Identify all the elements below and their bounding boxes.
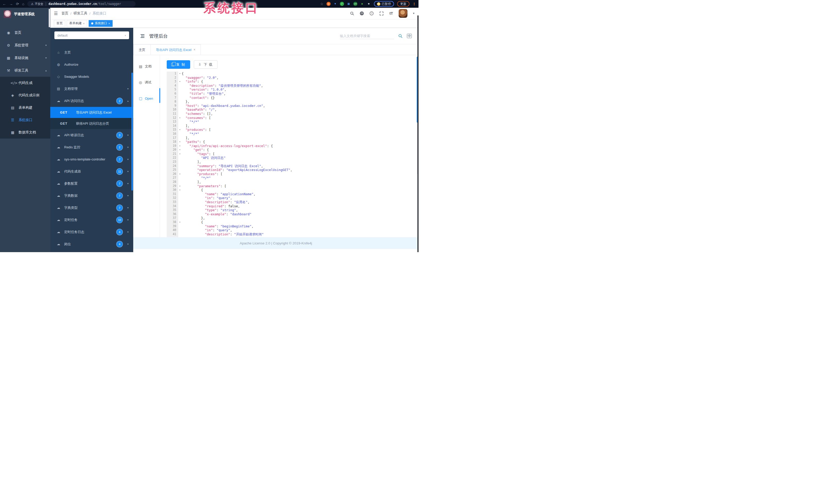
api-group-3[interactable]: ☁代码生成器11▾ — [50, 165, 133, 178]
api-sidebar-scrollbar-thumb[interactable] — [131, 73, 133, 191]
sidebar-subitem-3[interactable]: ☰系统接口 — [0, 114, 50, 126]
close-icon[interactable]: × — [108, 22, 110, 25]
logo-row[interactable]: 芋道管理系统 — [0, 8, 50, 21]
api-group-5[interactable]: ☁字典数据7▾ — [50, 189, 133, 202]
fold-icon[interactable]: ▾ — [178, 116, 182, 120]
api-sidebar-item-0[interactable]: ⌂主页 — [50, 46, 133, 58]
bookmark-star-icon[interactable]: ☆ — [320, 2, 323, 6]
ext-leaf-icon[interactable]: ♣ — [360, 2, 364, 6]
browser-menu-icon[interactable]: ⋮ — [413, 2, 416, 6]
fold-icon[interactable]: ▾ — [178, 128, 182, 132]
swagger-json-editor[interactable]: 1▾{2 "swagger": "2.0",3▾ "info": {4 "des… — [167, 72, 414, 237]
fold-icon[interactable]: ▾ — [178, 220, 182, 224]
font-size-icon[interactable]: tT — [389, 11, 393, 16]
language-toggle-icon[interactable]: 中 — [407, 34, 412, 38]
sidebar-item-1[interactable]: ⚙系统管理▾ — [0, 39, 50, 52]
ext-green-check-icon[interactable]: ✓ — [340, 2, 344, 6]
reload-icon[interactable]: ⟳ — [16, 2, 19, 6]
fold-icon[interactable]: ▾ — [178, 79, 182, 84]
close-icon[interactable]: × — [83, 22, 85, 25]
sidebar-subitem-4[interactable]: ▦数据库文档 — [0, 126, 50, 138]
doc-tab-导出API 访问日志 Excel[interactable]: 导出API 访问日志 Excel× — [150, 44, 201, 55]
doc-side-tab-Open[interactable]: ▢Open — [133, 93, 160, 104]
doc-title: 管理后台 — [149, 33, 168, 39]
doc-search-input[interactable] — [340, 33, 394, 39]
ext-orange-icon[interactable]: ◍ — [326, 2, 331, 6]
doc-side-tab-调试[interactable]: ◎调试 — [133, 77, 160, 88]
ext-cn-icon[interactable]: cn — [353, 2, 357, 6]
api-sidebar-item-4[interactable]: ☁API 访问日志2▴ — [50, 95, 133, 107]
fold-icon[interactable]: ▾ — [178, 144, 182, 148]
doc-search-icon[interactable] — [398, 34, 403, 38]
doc-tab-主页[interactable]: 主页 — [133, 44, 151, 55]
user-avatar[interactable] — [399, 9, 407, 18]
api-sidebar-item-2[interactable]: ◇Swagger Models — [50, 71, 133, 83]
api-operation-1[interactable]: GET获得API 访问日志分页 — [50, 118, 133, 129]
home-icon[interactable]: ⌂ — [22, 2, 24, 6]
help-icon[interactable]: ? — [369, 11, 374, 16]
sidebar-subitem-0[interactable]: </>代码生成 — [0, 77, 50, 89]
fold-icon[interactable]: ▾ — [178, 148, 182, 152]
ext-grid-icon[interactable]: ▦ — [346, 2, 351, 6]
hamburger-icon[interactable]: ☰ — [54, 11, 58, 16]
sidebar-item-2[interactable]: ▦基础设施▾ — [0, 52, 50, 64]
paused-extension-badge[interactable]: 已暂停 — [374, 1, 394, 7]
github-icon[interactable] — [359, 11, 364, 16]
api-group-4[interactable]: ☁参数配置7▾ — [50, 178, 133, 189]
back-icon[interactable]: ← — [3, 2, 6, 6]
api-group-6[interactable]: ☁字典类型7▾ — [50, 202, 133, 214]
ext-pin-icon[interactable]: ▼ — [333, 2, 337, 6]
copy-button[interactable]: 复 制 — [167, 60, 190, 69]
api-item-label: 参数配置 — [64, 181, 117, 186]
code-line: 38▾ { — [167, 220, 414, 224]
collapse-sidebar-icon[interactable] — [140, 34, 145, 38]
line-number: 37 — [167, 216, 178, 220]
download-button[interactable]: ⇩ 下 载 — [194, 60, 218, 69]
fold-spacer — [178, 232, 182, 237]
tag-首页[interactable]: 首页 — [54, 20, 65, 27]
sidebar-subitem-1[interactable]: ◈代码生成示例 — [0, 89, 50, 101]
ext-star-icon[interactable]: ★ — [367, 2, 371, 6]
user-menu-caret-icon[interactable]: ▼ — [413, 12, 415, 15]
api-group-select[interactable]: default ▾ — [54, 32, 129, 39]
api-group-1[interactable]: ☁Redis 监控2▾ — [50, 141, 133, 153]
sidebar-subitem-2[interactable]: ▤表单构建 — [0, 101, 50, 114]
fold-icon[interactable]: ▾ — [178, 152, 182, 156]
doc-icon: ▤ — [139, 64, 142, 69]
fullscreen-icon[interactable] — [379, 11, 384, 16]
api-operation-0[interactable]: GET导出API 访问日志 Excel — [50, 107, 133, 118]
fold-icon[interactable]: ▾ — [178, 72, 182, 76]
fold-spacer — [178, 192, 182, 196]
code-line: 18▾ "paths": { — [167, 140, 414, 144]
api-sidebar-item-1[interactable]: ◍Authorize — [50, 58, 133, 71]
cloud-icon: ☁ — [56, 169, 61, 173]
api-group-9[interactable]: ☁岗位4▾ — [50, 238, 133, 250]
search-icon[interactable] — [350, 11, 354, 16]
line-number: 40 — [167, 228, 178, 232]
close-icon[interactable]: × — [194, 44, 195, 55]
sidebar-scrollbar-thumb[interactable] — [49, 9, 50, 27]
fold-icon[interactable]: ▾ — [178, 140, 182, 144]
api-group-7[interactable]: ☁定时任务10▾ — [50, 214, 133, 226]
sidebar-item-3[interactable]: ⚒研发工具▴ — [0, 64, 50, 77]
api-item-label: 岗位 — [64, 242, 117, 246]
tag-系统接口[interactable]: 系统接口× — [89, 20, 112, 27]
not-secure-badge[interactable]: ⚠ 不安全 — [31, 2, 43, 6]
api-sidebar-item-3[interactable]: ▤文档管理▾ — [50, 83, 133, 95]
api-group-0[interactable]: ☁API 错误日志3▾ — [50, 129, 133, 141]
tag-表单构建[interactable]: 表单构建× — [67, 20, 87, 27]
fold-icon[interactable]: ▾ — [178, 184, 182, 188]
doc-side-tab-文档[interactable]: ▤文档 — [133, 61, 160, 72]
fold-icon[interactable]: ▾ — [178, 188, 182, 192]
fold-icon[interactable]: ▾ — [178, 172, 182, 176]
api-group-2[interactable]: ☁sys-sms-template-controller7▾ — [50, 153, 133, 165]
breadcrumb-item[interactable]: 首页 — [61, 11, 68, 16]
address-bar[interactable]: ⚠ 不安全 | dashboard.yudao.iocoder.cn/tool/… — [27, 1, 136, 7]
sidebar-item-0[interactable]: ◉首页 — [0, 26, 50, 39]
breadcrumb-item[interactable]: 研发工具 — [73, 11, 87, 16]
update-button[interactable]: 更新 — [397, 1, 409, 7]
forward-icon[interactable]: → — [9, 2, 13, 6]
api-group-8[interactable]: ☁定时任务日志4▾ — [50, 226, 133, 238]
sidebar-subitem-label: 代码生成示例 — [19, 93, 47, 98]
doc-footer: Apache License 2.0 | Copyright © 2019-Kn… — [133, 237, 418, 249]
